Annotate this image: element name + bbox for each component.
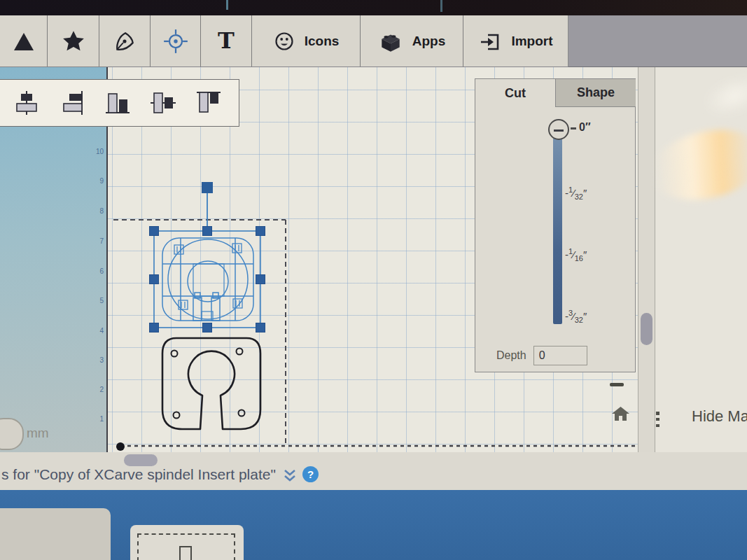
ruler-number: 2	[84, 386, 104, 393]
selection-handle[interactable]	[203, 323, 212, 332]
hide-material-button[interactable]: Hide Ma	[692, 407, 747, 426]
help-button[interactable]: ?	[302, 466, 319, 482]
text-tool-icon: T	[215, 29, 237, 54]
plate-outline-shape[interactable]	[162, 338, 260, 429]
vertical-scrollbar-thumb[interactable]	[641, 313, 652, 345]
main-toolbar: T Icons Apps	[0, 15, 568, 67]
depth-slider-track[interactable]	[553, 138, 562, 324]
tab-cut-label: Cut	[505, 86, 526, 101]
crosshair-icon	[163, 29, 188, 54]
slider-tick-label: -1⁄16″	[565, 247, 587, 262]
selection-handle[interactable]	[150, 275, 159, 284]
selection-handle[interactable]	[256, 227, 265, 236]
triangle-shape-icon	[12, 30, 36, 52]
screen-bezel	[0, 0, 747, 15]
text-tool-button[interactable]: T	[201, 15, 252, 66]
home-icon	[611, 405, 630, 423]
align-right-button[interactable]	[57, 88, 88, 118]
selection-box	[154, 193, 260, 328]
depth-row: Depth	[496, 345, 621, 366]
project-title-text: s for "Copy of XCarve spindel Insert pla…	[1, 466, 276, 483]
minus-icon	[554, 130, 564, 132]
preview-shape	[179, 546, 192, 560]
depth-slider-handle[interactable]	[548, 119, 569, 140]
selection-handle[interactable]	[150, 227, 159, 236]
horizontal-scrollbar-thumb[interactable]	[124, 454, 158, 466]
unit-label: mm	[27, 426, 49, 441]
align-middle-button[interactable]	[148, 88, 179, 118]
apps-button[interactable]: Apps	[361, 15, 463, 66]
align-center-horizontal-button[interactable]	[11, 88, 42, 118]
drill-point-tool-button[interactable]	[151, 15, 201, 66]
footer-panel-left[interactable]	[0, 508, 111, 560]
selection-handle[interactable]	[150, 323, 159, 332]
bezel-reflection	[226, 0, 228, 10]
toolbar-right-filler	[568, 15, 747, 67]
selection-handle[interactable]	[256, 275, 265, 284]
slider-handle-label: 0″	[579, 121, 591, 134]
footer-panel-preview[interactable]	[130, 525, 244, 560]
project-title-expander[interactable]	[283, 468, 297, 486]
ruler-number: 4	[84, 327, 104, 335]
import-button[interactable]: Import	[463, 15, 568, 66]
align-center-horizontal-icon	[13, 90, 41, 116]
bezel-reflection	[440, 0, 442, 12]
ruler-number: 10	[84, 148, 104, 155]
minimize-dash-icon[interactable]	[610, 383, 624, 386]
ruler-number: 3	[84, 356, 104, 364]
vertical-scrollbar-track[interactable]	[638, 66, 655, 452]
page-footer	[0, 490, 747, 560]
ruler-number: 8	[84, 207, 104, 215]
pen-nib-icon	[113, 29, 137, 53]
pen-tool-button[interactable]	[99, 15, 151, 66]
rotation-handle[interactable]	[202, 182, 213, 193]
ruler-number: 6	[84, 267, 104, 275]
align-bottom-button[interactable]	[102, 88, 133, 118]
selection-handle[interactable]	[203, 227, 212, 236]
align-middle-icon	[149, 90, 177, 116]
tab-shape[interactable]: Shape	[555, 79, 636, 107]
smiley-icon	[273, 30, 295, 52]
shapes-tool-button[interactable]	[0, 15, 48, 66]
ruler-number: 7	[84, 237, 104, 245]
slider-handle-tick	[571, 127, 576, 130]
selected-design[interactable]	[162, 238, 253, 321]
ruler-number: 1	[84, 415, 104, 423]
brick-icon	[378, 29, 403, 53]
tab-shape-label: Shape	[577, 85, 615, 100]
align-top-icon	[195, 90, 223, 116]
star-shape-icon	[61, 29, 86, 53]
help-icon: ?	[307, 468, 314, 480]
chevron-double-down-icon	[283, 468, 297, 484]
align-bottom-icon	[104, 90, 132, 116]
depth-input[interactable]	[533, 346, 587, 365]
slider-tick-label: -3⁄32″	[565, 309, 587, 324]
origin-point	[116, 442, 125, 451]
icons-library-button[interactable]: Icons	[252, 15, 361, 66]
selection-handle[interactable]	[256, 323, 265, 332]
star-tool-button[interactable]	[48, 15, 99, 66]
import-label: Import	[511, 34, 552, 49]
apps-label: Apps	[412, 34, 446, 49]
tab-cut[interactable]: Cut	[475, 79, 556, 107]
svg-text:T: T	[218, 29, 235, 54]
alignment-toolbar	[0, 79, 239, 127]
import-icon	[478, 30, 502, 52]
ruler-number: 5	[84, 297, 104, 304]
align-top-button[interactable]	[193, 88, 224, 118]
icons-label: Icons	[305, 34, 340, 49]
ruler-number: 9	[84, 177, 104, 185]
easel-app-window: T Icons Apps	[0, 0, 747, 560]
kebab-menu-icon[interactable]	[656, 412, 660, 427]
slider-tick-label: -1⁄32″	[565, 186, 587, 201]
home-button[interactable]	[611, 405, 630, 426]
align-right-icon	[58, 90, 86, 116]
canvas-right-margin	[655, 66, 747, 452]
cut-shape-panel: Cut Shape 0″ -1⁄32″ -1⁄16″ -3⁄32″ Depth	[475, 78, 636, 372]
status-bar: s for "Copy of XCarve spindel Insert pla…	[0, 452, 747, 490]
depth-label: Depth	[496, 349, 526, 362]
